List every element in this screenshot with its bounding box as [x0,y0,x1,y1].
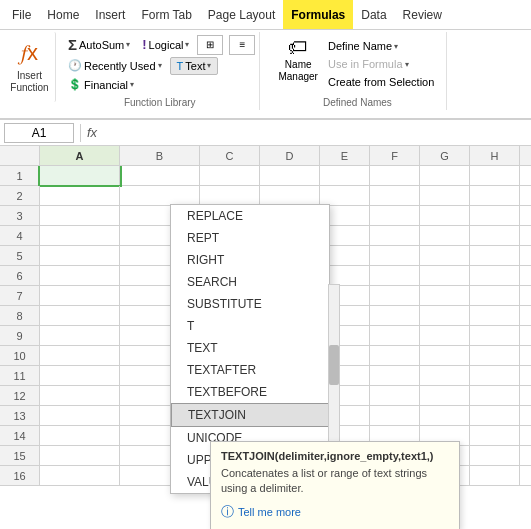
dropdown-item-replace[interactable]: REPLACE [171,205,329,227]
formula-input[interactable] [101,126,527,140]
autosum-dropdown-arrow[interactable]: ▾ [126,40,130,49]
col-header-C[interactable]: C [200,146,260,165]
autosum-label: AutoSum [79,39,124,51]
tell-me-more-label[interactable]: Tell me more [238,506,301,518]
tell-me-more-link[interactable]: ⓘ Tell me more [221,503,449,521]
logical-button[interactable]: ! Logical ▾ [138,35,193,54]
spreadsheet-area: A B C D E F G H 1 2 [0,146,531,486]
lookup-icon-btn[interactable]: ⊞ [197,35,223,55]
cell-C1[interactable] [200,166,260,185]
financial-icon: 💲 [68,78,82,91]
dropdown-item-textjoin[interactable]: TEXTJOIN [171,403,329,427]
create-from-selection-button[interactable]: Create from Selection [324,74,438,90]
dropdown-item-textbefore[interactable]: TEXTBEFORE [171,381,329,403]
name-manager-icon: 🏷 [288,36,308,59]
menu-data[interactable]: Data [353,0,394,29]
defined-names-label: Defined Names [276,97,438,108]
menu-insert[interactable]: Insert [87,0,133,29]
cell-H1[interactable] [470,166,520,185]
row-number: 4 [0,226,40,245]
row-number: 11 [0,366,40,385]
recently-used-arrow[interactable]: ▾ [158,61,162,70]
text-icon: T [177,60,184,72]
dropdown-item-text[interactable]: TEXT [171,337,329,359]
cell-B1[interactable] [120,166,200,185]
use-in-formula-label: Use in Formula [328,58,403,70]
financial-arrow[interactable]: ▾ [130,80,134,89]
table-row: 2 [0,186,531,206]
col-header-G[interactable]: G [420,146,470,165]
clock-icon: 🕐 [68,59,82,72]
cell-F1[interactable] [370,166,420,185]
cell-B2[interactable] [120,186,200,205]
define-name-button[interactable]: Define Name ▾ [324,38,438,54]
cell-A2[interactable] [40,186,120,205]
recently-used-button[interactable]: 🕐 Recently Used ▾ [64,57,166,74]
tooltip-description: Concatenates a list or range of text str… [221,466,449,497]
col-header-B[interactable]: B [120,146,200,165]
logical-label: Logical [149,39,184,51]
menu-file[interactable]: File [4,0,39,29]
col-header-D[interactable]: D [260,146,320,165]
col-header-H[interactable]: H [470,146,520,165]
insert-function-button[interactable]: 𝑓x InsertFunction [4,32,56,102]
cell-D1[interactable] [260,166,320,185]
financial-button[interactable]: 💲 Financial ▾ [64,76,138,93]
scrollbar-thumb[interactable] [329,345,339,385]
row-number: 10 [0,346,40,365]
row-number: 13 [0,406,40,425]
text-label: Text [185,60,205,72]
menu-page-layout[interactable]: Page Layout [200,0,283,29]
row-number: 14 [0,426,40,445]
dropdown-item-rept[interactable]: REPT [171,227,329,249]
create-from-selection-label: Create from Selection [328,76,434,88]
name-manager-button[interactable]: 🏷 NameManager [276,34,319,85]
fx-label[interactable]: fx [87,125,97,140]
col-header-E[interactable]: E [320,146,370,165]
row-number: 7 [0,286,40,305]
text-dropdown-button[interactable]: T Text ▾ [170,57,219,75]
dropdown-item-textafter[interactable]: TEXTAFTER [171,359,329,381]
dropdown-item-right[interactable]: RIGHT [171,249,329,271]
col-header-F[interactable]: F [370,146,420,165]
define-name-arrow[interactable]: ▾ [394,42,398,51]
row-number: 9 [0,326,40,345]
formula-divider [80,124,81,142]
insert-function-label: InsertFunction [10,70,48,94]
tooltip-signature: TEXTJOIN(delimiter,ignore_empty,text1,) [221,450,449,462]
dropdown-item-substitute[interactable]: SUBSTITUTE [171,293,329,315]
row-number: 2 [0,186,40,205]
row-number: 5 [0,246,40,265]
row-number: 16 [0,466,40,485]
row-number: 6 [0,266,40,285]
text-dropdown-arrow[interactable]: ▾ [207,61,211,70]
use-in-formula-arrow[interactable]: ▾ [405,60,409,69]
info-icon: ⓘ [221,503,234,521]
menu-formulas[interactable]: Formulas [283,0,353,29]
name-manager-label: NameManager [278,59,317,83]
cell-G1[interactable] [420,166,470,185]
define-name-label: Define Name [328,40,392,52]
recently-used-label: Recently Used [84,60,156,72]
row-number: 8 [0,306,40,325]
cell-reference-box[interactable] [4,123,74,143]
cell-A1[interactable] [40,166,120,185]
logical-dropdown-arrow[interactable]: ▾ [185,40,189,49]
dropdown-item-search[interactable]: SEARCH [171,271,329,293]
row-number: 12 [0,386,40,405]
use-in-formula-button[interactable]: Use in Formula ▾ [324,56,438,72]
menu-form-tab[interactable]: Form Tab [133,0,199,29]
ref-icon-btn[interactable]: ≡ [229,35,255,55]
autosum-button[interactable]: Σ AutoSum ▾ [64,34,134,55]
cell-E1[interactable] [320,166,370,185]
dropdown-item-t[interactable]: T [171,315,329,337]
row-number: 15 [0,446,40,465]
defined-names-group: 🏷 NameManager Define Name ▾ Use in Formu… [268,32,447,110]
menu-review[interactable]: Review [395,0,450,29]
table-row: 1 [0,166,531,186]
fx-icon: 𝑓x [21,40,38,66]
col-header-A[interactable]: A [40,146,120,165]
row-num-header-empty [0,146,40,165]
autosum-icon: Σ [68,36,77,53]
menu-home[interactable]: Home [39,0,87,29]
